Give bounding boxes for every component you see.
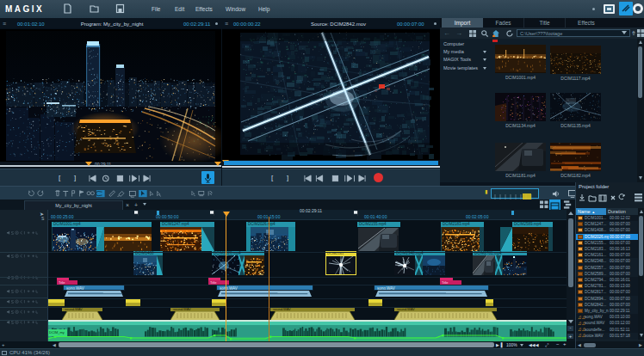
svg-text:S: S: [11, 231, 14, 236]
svg-text:S: S: [11, 321, 14, 325]
svg-text:S: S: [11, 310, 14, 315]
svg-text:S: S: [11, 255, 14, 259]
svg-text:S: S: [11, 300, 14, 304]
svg-text:S: S: [11, 290, 14, 294]
